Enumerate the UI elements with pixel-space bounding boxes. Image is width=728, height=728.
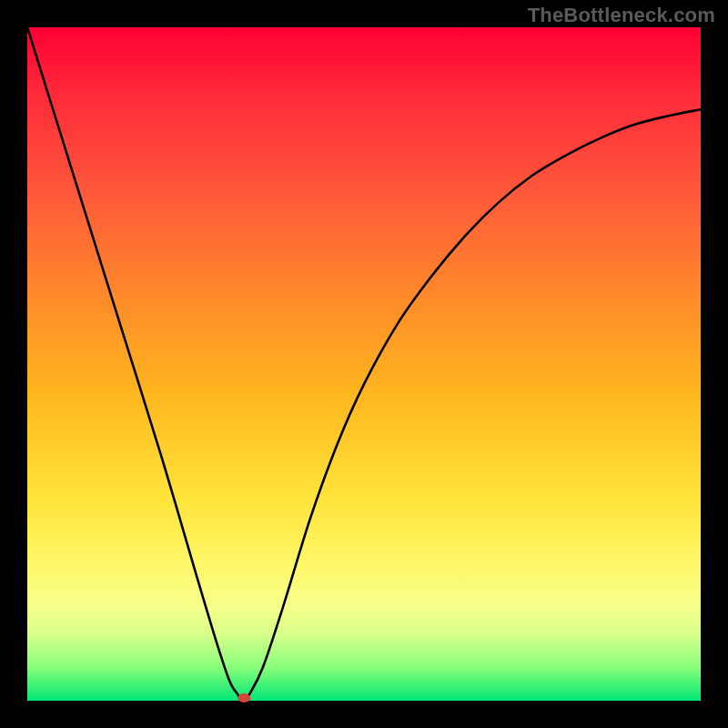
attribution-text: TheBottleneck.com [528, 4, 715, 27]
plot-area [27, 27, 701, 701]
chart-svg [27, 27, 701, 701]
minimum-marker [238, 693, 250, 703]
bottleneck-curve [27, 27, 701, 701]
chart-frame: TheBottleneck.com [0, 0, 728, 728]
